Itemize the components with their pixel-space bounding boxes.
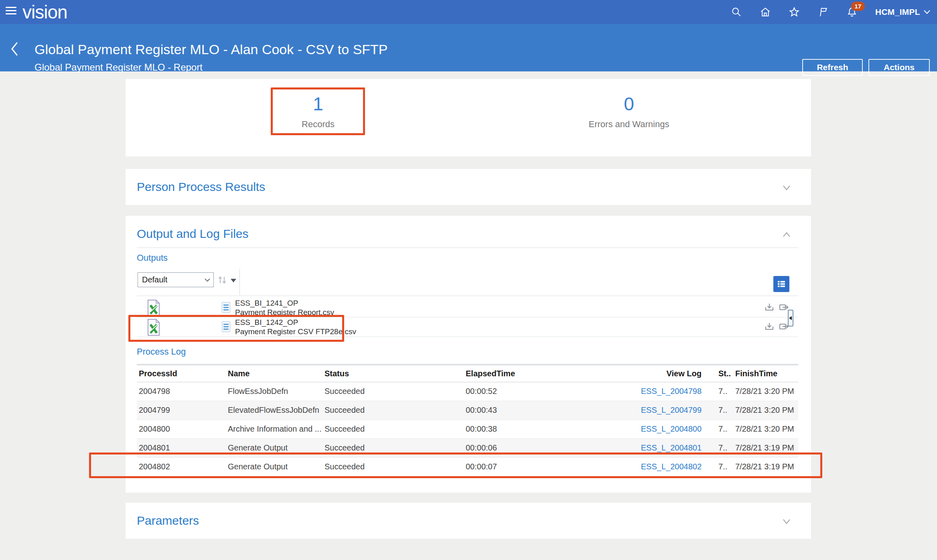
cell-status: Succeeded [322,438,464,457]
cell-process-id: 2004798 [137,382,226,401]
cell-view-log: ESS_L_2004798 [632,382,702,401]
table-header-row: ProcessId Name Status ElapsedTime View L… [137,365,798,382]
view-log-link[interactable]: ESS_L_2004798 [641,387,702,396]
parameters-header[interactable]: Parameters [137,514,199,528]
records-metric: 1 Records [258,94,378,130]
view-log-link[interactable]: ESS_L_2004801 [641,443,702,452]
output-file-id: ESS_BI_1241_OP [235,298,334,308]
cell-finish-time: 7/28/21 3:20 PM [733,382,798,401]
output-file-name: Payment Register CSV FTP28e.csv [235,327,356,336]
output-and-log-files-header[interactable]: Output and Log Files [137,227,249,241]
notification-count-badge: 17 [851,2,865,11]
page: { "topbar": { "logo": "vision", "user_me… [0,0,937,560]
divider [137,296,798,296]
cell-finish-time: 7/28/21 3:20 PM [733,420,798,438]
cell-status: Succeeded [322,382,464,401]
column-header-viewlog: View Log [632,365,702,382]
errors-value: 0 [569,94,689,114]
menu-icon[interactable] [6,7,18,17]
person-process-results-header[interactable]: Person Process Results [137,180,265,194]
person-process-results-card: Person Process Results [126,169,811,205]
process-log-body: 2004798 FlowEssJobDefn Succeeded 00:00:5… [137,382,798,476]
cell-elapsed-time: 00:00:07 [464,457,632,476]
cell-view-log: ESS_L_2004801 [632,438,702,457]
output-file-text: ESS_BI_1242_OP Payment Register CSV FTP2… [235,318,356,336]
search-icon[interactable] [731,6,742,18]
column-header-elapsedtime: ElapsedTime [464,365,632,382]
list-view-button[interactable] [773,276,789,292]
sort-menu-caret[interactable] [231,279,236,282]
column-header-status: Status [322,365,464,382]
table-row: 2004801 Generate Output Succeeded 00:00:… [137,438,798,457]
output-and-log-files-card: Output and Log Files Outputs Default [126,216,811,493]
output-file-row[interactable]: ESS_BI_1241_OP Payment Register Report.c… [137,298,798,317]
cell-st: 7.. [702,438,733,457]
records-label: Records [258,119,378,130]
view-log-link[interactable]: ESS_L_2004799 [641,406,702,414]
cell-elapsed-time: 00:00:43 [464,401,632,420]
select-chevron-icon [201,273,213,287]
cell-finish-time: 7/28/21 3:19 PM [733,457,798,476]
divider [137,337,798,337]
page-title: Global Payment Register MLO - Alan Cook … [34,42,388,57]
cell-status: Succeeded [322,401,464,420]
cell-elapsed-time: 00:00:06 [464,438,632,457]
cell-name: FlowEssJobDefn [226,382,322,401]
user-menu-label: HCM_IMPL [875,7,920,17]
actions-button[interactable]: Actions [868,59,930,76]
divider [137,248,798,248]
back-icon[interactable] [8,41,22,57]
home-icon[interactable] [760,6,771,18]
process-log-table: ProcessId Name Status ElapsedTime View L… [137,364,798,477]
page-header: Global Payment Register MLO - Alan Cook … [0,24,937,71]
cell-elapsed-time: 00:00:38 [464,420,632,438]
cell-view-log: ESS_L_2004799 [632,401,702,420]
refresh-button[interactable]: Refresh [802,59,863,76]
cell-name: Generate Output [226,457,322,476]
cell-name: Generate Output [226,438,322,457]
table-row: 2004798 FlowEssJobDefn Succeeded 00:00:5… [137,382,798,401]
cell-name: ElevatedFlowEssJobDefn [226,401,322,420]
output-view-selected-value: Default [138,275,201,284]
output-file-text: ESS_BI_1241_OP Payment Register Report.c… [235,298,334,317]
outputs-label: Outputs [137,253,168,263]
errors-label: Errors and Warnings [569,119,689,130]
cell-status: Succeeded [322,457,464,476]
panel-collapse-handle[interactable] [788,310,793,327]
flag-icon[interactable] [817,6,829,18]
cell-status: Succeeded [322,420,464,438]
top-navigation-bar: vision 17 HCM_IMPL [0,0,937,24]
cell-process-id: 2004801 [137,438,226,457]
view-log-link[interactable]: ESS_L_2004800 [641,424,702,433]
excel-file-icon [146,299,161,317]
cell-process-id: 2004802 [137,457,226,476]
errors-metric: 0 Errors and Warnings [569,94,689,130]
cell-name: Archive Information and ... [226,420,322,438]
topbar-actions: 17 HCM_IMPL [731,0,931,24]
output-view-select[interactable]: Default [138,272,214,287]
cell-st: 7.. [702,382,733,401]
view-log-link[interactable]: ESS_L_2004802 [641,462,702,471]
cell-finish-time: 7/28/21 3:19 PM [733,438,798,457]
download-icon[interactable] [764,302,775,312]
chevron-up-icon[interactable] [781,229,792,240]
output-file-name: Payment Register Report.csv [235,308,334,317]
output-file-row[interactable]: ESS_BI_1242_OP Payment Register CSV FTP2… [137,317,798,337]
output-file-id: ESS_BI_1242_OP [235,318,356,327]
column-header-processid: ProcessId [137,365,226,382]
page-subtitle: Global Payment Register MLO - Report [34,62,203,73]
summary-card: 1 Records 0 Errors and Warnings [126,79,811,156]
chevron-down-icon[interactable] [781,516,792,527]
cell-process-id: 2004799 [137,401,226,420]
document-icon [222,321,230,332]
notifications-bell[interactable]: 17 [846,6,858,18]
column-header-name: Name [226,365,322,382]
table-row: 2004802 Generate Output Succeeded 00:00:… [137,457,798,476]
cell-view-log: ESS_L_2004802 [632,457,702,476]
cell-finish-time: 7/28/21 3:20 PM [733,401,798,420]
chevron-down-icon[interactable] [781,183,792,193]
user-menu[interactable]: HCM_IMPL [875,7,931,17]
favorites-star-icon[interactable] [789,6,800,18]
download-icon[interactable] [764,321,775,332]
sort-icon[interactable] [217,275,227,285]
